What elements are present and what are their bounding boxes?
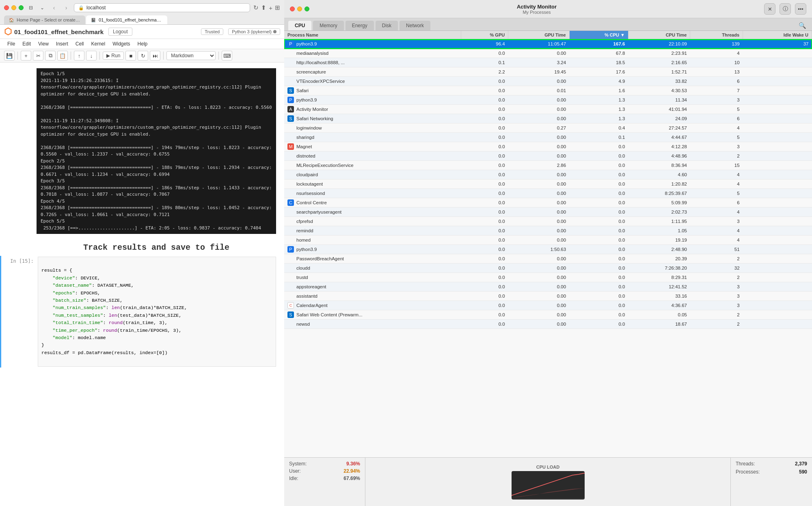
menu-kernel[interactable]: Kernel: [88, 40, 109, 48]
am-close-button[interactable]: [290, 6, 295, 11]
process-gpu-time: 0.00: [508, 95, 569, 105]
table-row[interactable]: nsurlsessiond0.00.000.08:25:39.675: [284, 189, 812, 198]
save-button[interactable]: 💾: [4, 51, 15, 61]
menu-file[interactable]: File: [4, 40, 18, 48]
code-content[interactable]: results = { "device": DEVICE, "dataset_n…: [38, 257, 276, 367]
col-pct-cpu[interactable]: % CPU ▼: [569, 31, 628, 39]
process-name-cell: newsd: [284, 320, 461, 329]
table-row[interactable]: PasswordBreachAgent0.00.000.020.392: [284, 254, 812, 264]
tab-disk[interactable]: Disk: [376, 21, 398, 30]
table-row[interactable]: homed0.00.000.019.194: [284, 236, 812, 245]
table-row[interactable]: AActivity Monitor0.00.001.341:01.945: [284, 105, 812, 114]
tab-home[interactable]: 🏠 Home Page - Select or create a noteboo…: [4, 15, 85, 24]
am-info-icon[interactable]: ⓘ: [780, 3, 791, 15]
cut-button[interactable]: ✂: [33, 51, 43, 61]
tab-energy[interactable]: Energy: [346, 21, 374, 30]
tab-jupyter[interactable]: 📓 01_food101_effnet_benchmark - Jupyter …: [86, 15, 167, 24]
run-button[interactable]: ▶ Run: [103, 52, 124, 60]
table-row[interactable]: lockoutagent0.00.000.01:20.824: [284, 179, 812, 189]
table-row[interactable]: remindd0.00.000.01.054: [284, 226, 812, 236]
browser-panel: ⊟ ⌄ ‹ › 🔒 localhost ↻ ⬆ + ⊞ 🏠 Home Page …: [0, 0, 284, 506]
logout-button[interactable]: Logout: [108, 28, 132, 36]
process-name-cell: assistantd: [284, 292, 461, 301]
copy-button[interactable]: ⧉: [45, 51, 56, 61]
process-pct-gpu: 0.0: [461, 320, 508, 329]
table-row[interactable]: Ppython3.996.411:05.47167.622:10.0913937: [284, 39, 812, 49]
table-row[interactable]: assistantd0.00.000.033.163: [284, 292, 812, 301]
process-pct-cpu: 18.5: [569, 58, 628, 67]
close-button[interactable]: [4, 5, 9, 10]
col-cpu-time[interactable]: CPU Time: [628, 31, 690, 39]
keyboard-button[interactable]: ⌨: [222, 51, 232, 61]
table-row[interactable]: Ppython3.90.01:50.630.02:48.9051: [284, 245, 812, 254]
table-row[interactable]: CCalendarAgent0.00.000.04:36.673: [284, 301, 812, 310]
menu-view[interactable]: View: [35, 40, 52, 48]
table-row[interactable]: SSafari0.00.011.64:30.537: [284, 86, 812, 95]
table-row[interactable]: sharingd0.00.000.14:44.675: [284, 133, 812, 142]
forward-button[interactable]: ›: [62, 3, 71, 12]
share-icon[interactable]: ⬆: [261, 4, 266, 11]
move-down-button[interactable]: ↓: [86, 51, 97, 61]
col-gpu-time[interactable]: GPU Time: [508, 31, 569, 39]
process-idle: [743, 77, 812, 86]
table-row[interactable]: screencapture2.219.4517.61:52.7113: [284, 67, 812, 77]
table-row[interactable]: loginwindow0.00.270.427:24.574: [284, 123, 812, 133]
add-tab-icon[interactable]: +: [269, 4, 272, 11]
menu-edit[interactable]: Edit: [19, 40, 34, 48]
process-cpu-time: 8:25:39.67: [628, 189, 690, 198]
am-close-icon[interactable]: ✕: [764, 3, 775, 15]
col-pct-gpu[interactable]: % GPU: [461, 31, 508, 39]
table-row[interactable]: cloudd0.00.000.07:26:38.2032: [284, 264, 812, 273]
table-row[interactable]: SSafari Web Content (Prewarm...0.00.000.…: [284, 310, 812, 320]
process-name: Safari Networking: [296, 116, 333, 121]
back-button[interactable]: ‹: [50, 3, 58, 12]
tab-cpu[interactable]: CPU: [288, 21, 311, 30]
move-up-button[interactable]: ↑: [74, 51, 84, 61]
cell-body-15[interactable]: results = { "device": DEVICE, "dataset_n…: [38, 257, 276, 367]
col-idle-wake[interactable]: Idle Wake U: [743, 31, 812, 39]
col-threads[interactable]: Threads: [690, 31, 743, 39]
reload-icon[interactable]: ↻: [253, 4, 259, 11]
process-pct-gpu: 96.4: [461, 39, 508, 49]
table-row[interactable]: Ppython3.90.00.001.311.343: [284, 95, 812, 105]
grid-icon[interactable]: ⊞: [275, 4, 280, 11]
table-row[interactable]: mediaanalysisd0.00.0067.82:23.914: [284, 49, 812, 58]
process-name-cell: http://localhost:8888, ...: [284, 58, 461, 67]
minimize-button[interactable]: [11, 5, 16, 10]
search-icon[interactable]: 🔍: [797, 21, 808, 30]
am-more-icon[interactable]: •••: [795, 3, 806, 15]
table-row[interactable]: distnoted0.00.000.04:48.962: [284, 151, 812, 161]
table-row[interactable]: cfprefsd0.00.000.01:11.953: [284, 217, 812, 226]
tab-network[interactable]: Network: [400, 21, 430, 30]
table-row[interactable]: MMagnet0.00.000.04:12.283: [284, 142, 812, 151]
menu-cell[interactable]: Cell: [72, 40, 87, 48]
fast-forward-button[interactable]: ⏭: [150, 51, 160, 61]
sidebar-chevron[interactable]: ⌄: [38, 4, 46, 12]
table-row[interactable]: SSafari Networking0.00.001.324.096: [284, 114, 812, 123]
stop-button[interactable]: ■: [125, 51, 136, 61]
table-row[interactable]: CControl Centre0.00.000.05:09.996: [284, 198, 812, 208]
restart-button[interactable]: ↻: [138, 51, 148, 61]
am-maximize-button[interactable]: [304, 6, 309, 11]
col-process-name[interactable]: Process Name: [284, 31, 461, 39]
tab-memory[interactable]: Memory: [313, 21, 343, 30]
menu-help[interactable]: Help: [134, 40, 151, 48]
table-row[interactable]: MLRecipeExecutionService0.02.860.08:36.9…: [284, 161, 812, 170]
table-row[interactable]: appstoreagent0.00.000.012:41.523: [284, 282, 812, 292]
paste-button[interactable]: 📋: [57, 51, 68, 61]
add-cell-button[interactable]: +: [21, 51, 31, 61]
menu-insert[interactable]: Insert: [53, 40, 71, 48]
table-row[interactable]: cloudpaird0.00.000.04.604: [284, 170, 812, 179]
cell-type-select[interactable]: Markdown Code Raw NBConvert: [166, 51, 216, 60]
menu-widgets[interactable]: Widgets: [109, 40, 133, 48]
table-row[interactable]: VTEncoderXPCService0.00.004.933.826: [284, 77, 812, 86]
process-cpu-time: 2:48.90: [628, 245, 690, 254]
maximize-button[interactable]: [19, 5, 24, 10]
table-row[interactable]: searchpartyuseragent0.00.000.02:02.734: [284, 208, 812, 217]
table-row[interactable]: newsd0.00.000.018.672: [284, 320, 812, 329]
table-row[interactable]: http://localhost:8888, ...0.13.2418.52:1…: [284, 58, 812, 67]
url-bar[interactable]: 🔒 localhost: [74, 3, 250, 12]
sidebar-toggle[interactable]: ⊟: [27, 4, 35, 12]
table-row[interactable]: trustd0.00.000.08:29.312: [284, 273, 812, 282]
am-minimize-button[interactable]: [297, 6, 302, 11]
